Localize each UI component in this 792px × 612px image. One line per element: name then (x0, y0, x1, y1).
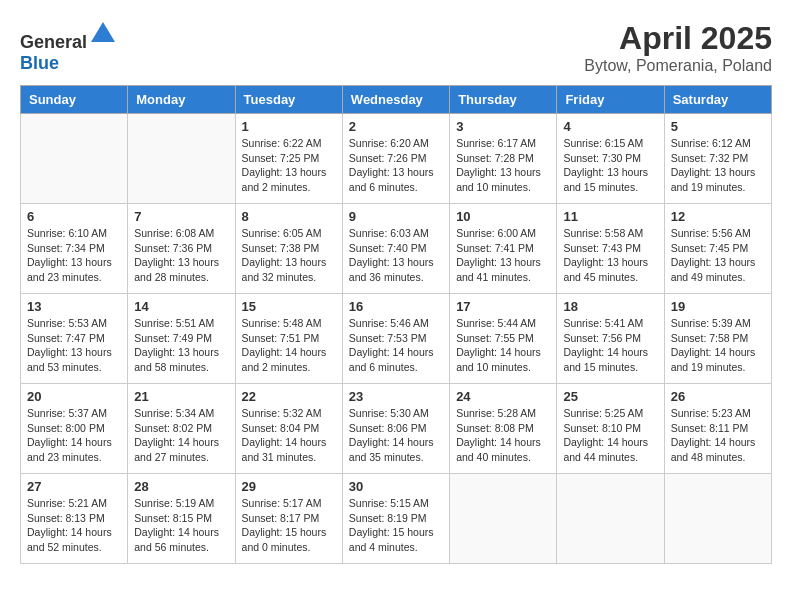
calendar-cell: 27Sunrise: 5:21 AMSunset: 8:13 PMDayligh… (21, 474, 128, 564)
cell-content: Sunrise: 5:56 AMSunset: 7:45 PMDaylight:… (671, 226, 765, 285)
day-number: 6 (27, 209, 121, 224)
day-number: 8 (242, 209, 336, 224)
logo-general: General (20, 32, 87, 52)
cell-content: Sunrise: 5:37 AMSunset: 8:00 PMDaylight:… (27, 406, 121, 465)
cell-content: Sunrise: 5:41 AMSunset: 7:56 PMDaylight:… (563, 316, 657, 375)
calendar-cell: 2Sunrise: 6:20 AMSunset: 7:26 PMDaylight… (342, 114, 449, 204)
day-header-wednesday: Wednesday (342, 86, 449, 114)
day-header-monday: Monday (128, 86, 235, 114)
cell-content: Sunrise: 5:48 AMSunset: 7:51 PMDaylight:… (242, 316, 336, 375)
calendar-cell: 30Sunrise: 5:15 AMSunset: 8:19 PMDayligh… (342, 474, 449, 564)
day-number: 20 (27, 389, 121, 404)
day-header-saturday: Saturday (664, 86, 771, 114)
day-number: 28 (134, 479, 228, 494)
cell-content: Sunrise: 5:34 AMSunset: 8:02 PMDaylight:… (134, 406, 228, 465)
calendar-cell: 18Sunrise: 5:41 AMSunset: 7:56 PMDayligh… (557, 294, 664, 384)
day-number: 15 (242, 299, 336, 314)
day-number: 16 (349, 299, 443, 314)
day-number: 9 (349, 209, 443, 224)
calendar-cell: 28Sunrise: 5:19 AMSunset: 8:15 PMDayligh… (128, 474, 235, 564)
day-number: 5 (671, 119, 765, 134)
day-number: 19 (671, 299, 765, 314)
calendar-cell: 19Sunrise: 5:39 AMSunset: 7:58 PMDayligh… (664, 294, 771, 384)
day-number: 21 (134, 389, 228, 404)
day-number: 25 (563, 389, 657, 404)
day-number: 30 (349, 479, 443, 494)
day-number: 23 (349, 389, 443, 404)
calendar-cell: 8Sunrise: 6:05 AMSunset: 7:38 PMDaylight… (235, 204, 342, 294)
day-number: 7 (134, 209, 228, 224)
calendar-cell: 14Sunrise: 5:51 AMSunset: 7:49 PMDayligh… (128, 294, 235, 384)
cell-content: Sunrise: 6:00 AMSunset: 7:41 PMDaylight:… (456, 226, 550, 285)
calendar-cell: 3Sunrise: 6:17 AMSunset: 7:28 PMDaylight… (450, 114, 557, 204)
cell-content: Sunrise: 6:22 AMSunset: 7:25 PMDaylight:… (242, 136, 336, 195)
calendar-cell (557, 474, 664, 564)
week-row-2: 6Sunrise: 6:10 AMSunset: 7:34 PMDaylight… (21, 204, 772, 294)
cell-content: Sunrise: 6:17 AMSunset: 7:28 PMDaylight:… (456, 136, 550, 195)
week-row-3: 13Sunrise: 5:53 AMSunset: 7:47 PMDayligh… (21, 294, 772, 384)
header: General Blue April 2025 Bytow, Pomerania… (20, 20, 772, 75)
day-header-tuesday: Tuesday (235, 86, 342, 114)
calendar-cell: 1Sunrise: 6:22 AMSunset: 7:25 PMDaylight… (235, 114, 342, 204)
cell-content: Sunrise: 5:39 AMSunset: 7:58 PMDaylight:… (671, 316, 765, 375)
day-number: 26 (671, 389, 765, 404)
calendar-cell: 12Sunrise: 5:56 AMSunset: 7:45 PMDayligh… (664, 204, 771, 294)
day-number: 4 (563, 119, 657, 134)
calendar-cell: 11Sunrise: 5:58 AMSunset: 7:43 PMDayligh… (557, 204, 664, 294)
day-number: 17 (456, 299, 550, 314)
logo-blue: Blue (20, 53, 59, 73)
day-number: 22 (242, 389, 336, 404)
calendar-cell (664, 474, 771, 564)
calendar-cell: 22Sunrise: 5:32 AMSunset: 8:04 PMDayligh… (235, 384, 342, 474)
calendar-cell: 17Sunrise: 5:44 AMSunset: 7:55 PMDayligh… (450, 294, 557, 384)
cell-content: Sunrise: 5:28 AMSunset: 8:08 PMDaylight:… (456, 406, 550, 465)
cell-content: Sunrise: 5:23 AMSunset: 8:11 PMDaylight:… (671, 406, 765, 465)
day-number: 1 (242, 119, 336, 134)
calendar-cell: 25Sunrise: 5:25 AMSunset: 8:10 PMDayligh… (557, 384, 664, 474)
cell-content: Sunrise: 5:30 AMSunset: 8:06 PMDaylight:… (349, 406, 443, 465)
cell-content: Sunrise: 5:17 AMSunset: 8:17 PMDaylight:… (242, 496, 336, 555)
day-number: 11 (563, 209, 657, 224)
calendar-cell: 10Sunrise: 6:00 AMSunset: 7:41 PMDayligh… (450, 204, 557, 294)
calendar-cell: 20Sunrise: 5:37 AMSunset: 8:00 PMDayligh… (21, 384, 128, 474)
day-number: 14 (134, 299, 228, 314)
calendar-cell: 15Sunrise: 5:48 AMSunset: 7:51 PMDayligh… (235, 294, 342, 384)
day-header-thursday: Thursday (450, 86, 557, 114)
cell-content: Sunrise: 5:51 AMSunset: 7:49 PMDaylight:… (134, 316, 228, 375)
cell-content: Sunrise: 6:08 AMSunset: 7:36 PMDaylight:… (134, 226, 228, 285)
day-header-friday: Friday (557, 86, 664, 114)
month-title: April 2025 (584, 20, 772, 57)
location-title: Bytow, Pomerania, Poland (584, 57, 772, 75)
day-number: 13 (27, 299, 121, 314)
day-header-sunday: Sunday (21, 86, 128, 114)
cell-content: Sunrise: 5:21 AMSunset: 8:13 PMDaylight:… (27, 496, 121, 555)
logo-icon (89, 20, 117, 48)
calendar-table: SundayMondayTuesdayWednesdayThursdayFrid… (20, 85, 772, 564)
cell-content: Sunrise: 6:03 AMSunset: 7:40 PMDaylight:… (349, 226, 443, 285)
cell-content: Sunrise: 6:15 AMSunset: 7:30 PMDaylight:… (563, 136, 657, 195)
calendar-cell: 6Sunrise: 6:10 AMSunset: 7:34 PMDaylight… (21, 204, 128, 294)
cell-content: Sunrise: 6:20 AMSunset: 7:26 PMDaylight:… (349, 136, 443, 195)
day-number: 18 (563, 299, 657, 314)
calendar-cell: 29Sunrise: 5:17 AMSunset: 8:17 PMDayligh… (235, 474, 342, 564)
calendar-cell: 26Sunrise: 5:23 AMSunset: 8:11 PMDayligh… (664, 384, 771, 474)
calendar-cell: 4Sunrise: 6:15 AMSunset: 7:30 PMDaylight… (557, 114, 664, 204)
calendar-cell (128, 114, 235, 204)
cell-content: Sunrise: 5:46 AMSunset: 7:53 PMDaylight:… (349, 316, 443, 375)
day-number: 29 (242, 479, 336, 494)
calendar-cell: 23Sunrise: 5:30 AMSunset: 8:06 PMDayligh… (342, 384, 449, 474)
cell-content: Sunrise: 5:58 AMSunset: 7:43 PMDaylight:… (563, 226, 657, 285)
calendar-cell (21, 114, 128, 204)
logo: General Blue (20, 20, 117, 74)
calendar-cell: 7Sunrise: 6:08 AMSunset: 7:36 PMDaylight… (128, 204, 235, 294)
day-number: 24 (456, 389, 550, 404)
header-row: SundayMondayTuesdayWednesdayThursdayFrid… (21, 86, 772, 114)
cell-content: Sunrise: 5:32 AMSunset: 8:04 PMDaylight:… (242, 406, 336, 465)
day-number: 2 (349, 119, 443, 134)
day-number: 12 (671, 209, 765, 224)
cell-content: Sunrise: 5:44 AMSunset: 7:55 PMDaylight:… (456, 316, 550, 375)
day-number: 10 (456, 209, 550, 224)
cell-content: Sunrise: 5:53 AMSunset: 7:47 PMDaylight:… (27, 316, 121, 375)
week-row-5: 27Sunrise: 5:21 AMSunset: 8:13 PMDayligh… (21, 474, 772, 564)
day-number: 27 (27, 479, 121, 494)
